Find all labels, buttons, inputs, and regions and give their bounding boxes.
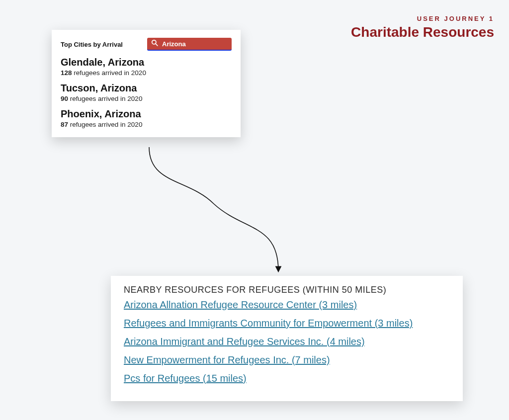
city-count: 87 — [61, 121, 68, 128]
resource-link[interactable]: Arizona Immigrant and Refugee Services I… — [124, 335, 450, 348]
top-cities-card: Top Cities by Arrival Glendale, Arizona … — [52, 30, 241, 137]
resources-title: NEARBY RESOURCES FOR REFUGEES (WITHIN 50… — [124, 285, 450, 295]
journey-header: USER JOURNEY 1 Charitable Resources — [351, 15, 494, 40]
journey-title: Charitable Resources — [351, 24, 494, 40]
search-input[interactable] — [162, 40, 228, 48]
city-stat-suffix: refugees arrived in 2020 — [70, 95, 143, 102]
city-count: 90 — [61, 95, 68, 102]
city-stat: 87 refugees arrived in 2020 — [61, 121, 232, 128]
city-name: Tucson, Arizona — [61, 83, 232, 94]
resource-link[interactable]: New Empowerment for Refugees Inc. (7 mil… — [124, 353, 450, 367]
city-item: Tucson, Arizona 90 refugees arrived in 2… — [61, 83, 232, 102]
city-name: Glendale, Arizona — [61, 57, 232, 68]
resource-link[interactable]: Pcs for Refugees (15 miles) — [124, 372, 450, 385]
city-stat: 90 refugees arrived in 2020 — [61, 95, 232, 102]
resource-link[interactable]: Refugees and Immigrants Community for Em… — [124, 317, 450, 330]
city-stat-suffix: refugees arrived in 2020 — [74, 69, 146, 77]
svg-line-1 — [156, 44, 158, 46]
city-name: Phoenix, Arizona — [61, 108, 232, 120]
search-icon — [151, 39, 158, 48]
nearby-resources-card: NEARBY RESOURCES FOR REFUGEES (WITHIN 50… — [111, 276, 463, 401]
city-item: Phoenix, Arizona 87 refugees arrived in … — [61, 108, 232, 128]
top-card-header: Top Cities by Arrival — [61, 38, 232, 51]
city-stat-suffix: refugees arrived in 2020 — [70, 121, 143, 128]
city-stat: 128 refugees arrived in 2020 — [61, 69, 232, 77]
journey-eyebrow: USER JOURNEY 1 — [351, 15, 494, 22]
city-count: 128 — [61, 69, 72, 77]
top-cities-title: Top Cities by Arrival — [61, 41, 123, 48]
resource-link[interactable]: Arizona Allnation Refugee Resource Cente… — [124, 298, 450, 312]
city-item: Glendale, Arizona 128 refugees arrived i… — [61, 57, 232, 77]
search-box[interactable] — [147, 38, 232, 51]
